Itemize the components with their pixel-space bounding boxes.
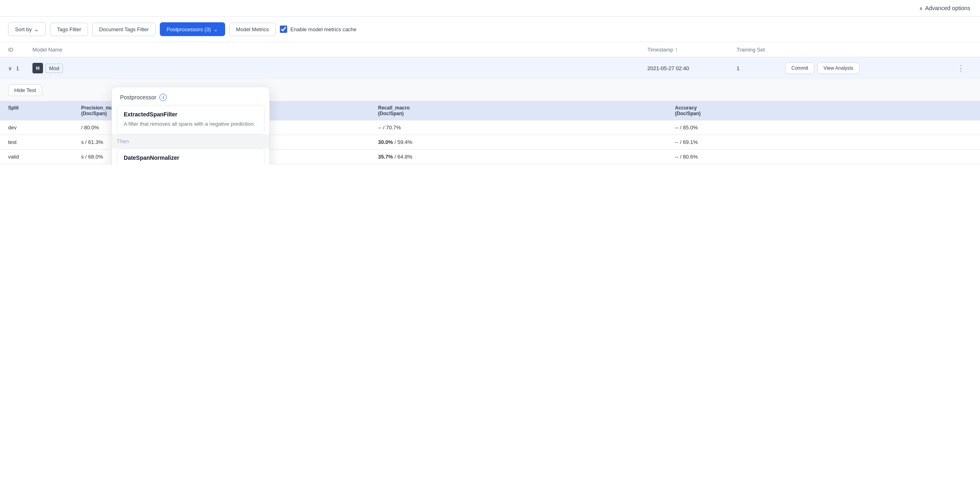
model-badge: M (32, 63, 43, 73)
postprocessors-panel: Postprocessor i ExtractedSpanFilter A fi… (112, 87, 270, 164)
metrics-col-split: Split (8, 105, 81, 116)
recall-test: 30.0% / 59.4% (378, 139, 675, 145)
split-test: test (8, 139, 81, 145)
row-training-set: 1 (737, 65, 785, 71)
recall-dev: -- / 70.7% (378, 124, 675, 131)
sort-by-button[interactable]: Sort by (8, 22, 46, 36)
info-icon[interactable]: i (159, 94, 167, 101)
top-bar: Advanced options (0, 0, 980, 17)
processor-2-name: DateSpanNormalizer (124, 154, 258, 161)
metrics-col-accuracy: Accuracy (Doc/Span) (675, 105, 972, 116)
tags-filter-label: Tags Filter (57, 26, 81, 32)
accuracy-test: -- / 69.1% (675, 139, 972, 145)
col-training-set: Training Set (737, 46, 785, 53)
then-divider-1: Then (112, 134, 269, 148)
model-name-text[interactable]: Mod (45, 64, 63, 73)
enable-cache-text: Enable model metrics cache (290, 26, 357, 32)
model-name-cell: M Mod (32, 63, 114, 73)
panel-header-label: Postprocessor (120, 94, 156, 101)
commit-button[interactable]: Commit (785, 62, 814, 74)
processor-1-desc: A filter that removes all spans with a n… (124, 120, 258, 128)
col-menu (956, 46, 972, 53)
col-empty (114, 46, 647, 53)
row-menu-button[interactable]: ⋮ (956, 62, 972, 74)
row-actions: Commit View Analysis (785, 62, 866, 74)
processor-card-2: DateSpanNormalizer Normalizes date spans… (117, 148, 264, 165)
enable-cache-label[interactable]: Enable model metrics cache (280, 26, 357, 33)
enable-cache-checkbox[interactable] (280, 26, 287, 33)
model-metrics-button[interactable]: Model Metrics (229, 23, 276, 36)
col-actions (785, 46, 866, 53)
split-valid: valid (8, 154, 81, 160)
advanced-options-button[interactable]: Advanced options (919, 5, 970, 11)
expand-icon[interactable]: ∨ (8, 65, 12, 71)
chevron-down-icon (34, 26, 39, 32)
col-model-name: Model Name (32, 46, 114, 53)
doc-tags-filter-label: Document Tags Filter (99, 26, 149, 32)
panel-header: Postprocessor i (112, 87, 269, 105)
processor-card-1: ExtractedSpanFilter A filter that remove… (117, 105, 264, 134)
processor-2-desc: Normalizes date spans into their canonic… (124, 163, 258, 165)
postprocessors-label: Postprocessors (3) (167, 26, 211, 32)
col-id: ID (8, 46, 32, 53)
toolbar: Sort by Tags Filter Document Tags Filter… (0, 17, 980, 42)
doc-tags-filter-button[interactable]: Document Tags Filter (92, 23, 156, 36)
row-timestamp: 2021-05-27 02:40 (647, 65, 737, 71)
view-analysis-button[interactable]: View Analysis (817, 62, 859, 74)
table-row: ∨ 1 M Mod 2021-05-27 02:40 1 Commit View… (0, 57, 980, 79)
chevron-down-icon (213, 26, 218, 32)
tags-filter-button[interactable]: Tags Filter (50, 23, 88, 36)
sort-by-label: Sort by (15, 26, 32, 32)
sort-arrow-icon (675, 46, 678, 53)
split-dev: dev (8, 124, 81, 131)
postprocessors-button[interactable]: Postprocessors (3) (160, 22, 225, 36)
accuracy-dev: -- / 85.0% (675, 124, 972, 131)
accuracy-valid: -- / 80.6% (675, 154, 972, 160)
processor-1-name: ExtractedSpanFilter (124, 111, 258, 118)
recall-valid: 35.7% / 64.8% (378, 154, 675, 160)
row-id: ∨ 1 (8, 65, 32, 71)
metrics-col-recall: Recall_macro (Doc/Span) (378, 105, 675, 116)
table-container: ID Model Name Timestamp Training Set ∨ 1… (0, 42, 980, 164)
col-extra (866, 46, 956, 53)
chevron-down-icon (919, 5, 923, 11)
advanced-options-label: Advanced options (925, 5, 970, 11)
model-metrics-label: Model Metrics (236, 26, 269, 32)
table-header: ID Model Name Timestamp Training Set (0, 42, 980, 57)
col-timestamp: Timestamp (647, 46, 737, 53)
hide-test-button[interactable]: Hide Test (8, 84, 42, 96)
